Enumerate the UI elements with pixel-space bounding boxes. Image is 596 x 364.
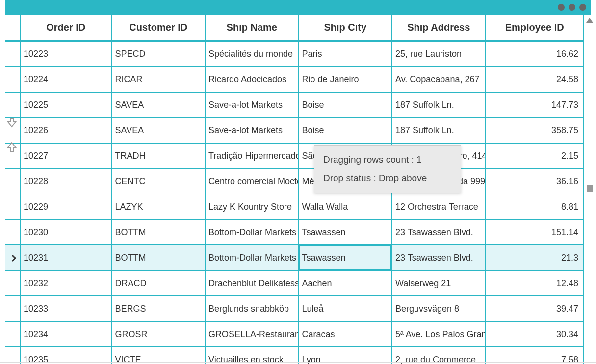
cell-ship-name[interactable]: Tradição Hipermercados: [205, 143, 298, 169]
cell-order-id[interactable]: 10223: [20, 41, 111, 67]
cell-ship-city[interactable]: Tsawassen: [299, 245, 392, 270]
cell-order-id[interactable]: 10234: [20, 321, 111, 347]
cell-employee-id[interactable]: 16.62: [485, 41, 584, 67]
scroll-thumb[interactable]: [587, 185, 593, 192]
table-row[interactable]: 10224RICARRicardo AdocicadosRio de Janei…: [5, 67, 584, 92]
cell-customer-id[interactable]: VICTE: [112, 347, 205, 364]
cell-ship-address[interactable]: 23 Tsawassen Blvd.: [392, 245, 485, 270]
cell-ship-name[interactable]: Save-a-lot Markets: [205, 92, 298, 118]
cell-ship-city[interactable]: Lyon: [299, 347, 392, 364]
cell-customer-id[interactable]: RICAR: [112, 67, 205, 92]
window-button-2[interactable]: [569, 4, 575, 11]
cell-order-id[interactable]: 10231: [20, 245, 111, 270]
table-row[interactable]: 10223SPECDSpécialités du mondeParis25, r…: [5, 41, 584, 67]
cell-ship-city[interactable]: Rio de Janeiro: [299, 67, 392, 92]
cell-customer-id[interactable]: LAZYK: [112, 194, 205, 219]
table-row[interactable]: 10231BOTTMBottom-Dollar MarketsTsawassen…: [5, 245, 584, 270]
cell-customer-id[interactable]: SPECD: [112, 41, 205, 67]
cell-ship-city[interactable]: Tsawassen: [299, 219, 392, 245]
cell-order-id[interactable]: 10232: [20, 270, 111, 296]
cell-order-id[interactable]: 10229: [20, 194, 111, 219]
cell-employee-id[interactable]: 7.58: [485, 347, 584, 364]
cell-employee-id[interactable]: 36.16: [485, 169, 584, 194]
cell-ship-address[interactable]: 5ª Ave. Los Palos Grandes: [392, 321, 485, 347]
table-row[interactable]: 10233BERGSBerglunds snabbköpLuleåBerguvs…: [5, 296, 584, 321]
cell-employee-id[interactable]: 39.47: [485, 296, 584, 321]
cell-ship-address[interactable]: 23 Tsawassen Blvd.: [392, 219, 485, 245]
data-grid[interactable]: Order ID Customer ID Ship Name Ship City…: [5, 15, 584, 364]
cell-ship-name[interactable]: GROSELLA-Restaurante: [205, 321, 298, 347]
cell-employee-id[interactable]: 24.58: [485, 67, 584, 92]
cell-ship-name[interactable]: Spécialités du monde: [205, 41, 298, 67]
table-row[interactable]: 10235VICTEVictuailles en stockLyon2, rue…: [5, 347, 584, 364]
cell-order-id[interactable]: 10226: [20, 118, 111, 143]
cell-ship-address[interactable]: Av. Copacabana, 267: [392, 67, 485, 92]
table-row[interactable]: 10234GROSRGROSELLA-RestauranteCaracas5ª …: [5, 321, 584, 347]
table-row[interactable]: 10225SAVEASave-a-lot MarketsBoise187 Suf…: [5, 92, 584, 118]
cell-ship-name[interactable]: Bottom-Dollar Markets: [205, 219, 298, 245]
window-button-3[interactable]: [579, 4, 586, 11]
cell-ship-name[interactable]: Victuailles en stock: [205, 347, 298, 364]
cell-ship-city[interactable]: Boise: [299, 92, 392, 118]
header-ship-address[interactable]: Ship Address: [392, 15, 485, 41]
window-button-1[interactable]: [558, 4, 565, 11]
table-row[interactable]: 10228CENTCCentro comercial MoctezumaMéxi…: [5, 169, 584, 194]
header-ship-name[interactable]: Ship Name: [205, 15, 298, 41]
cell-ship-name[interactable]: Ricardo Adocicados: [205, 67, 298, 92]
cell-ship-address[interactable]: Berguvsvägen 8: [392, 296, 485, 321]
cell-customer-id[interactable]: SAVEA: [112, 92, 205, 118]
cell-order-id[interactable]: 10227: [20, 143, 111, 169]
header-ship-city[interactable]: Ship City: [299, 15, 392, 41]
cell-customer-id[interactable]: GROSR: [112, 321, 205, 347]
cell-employee-id[interactable]: 2.15: [485, 143, 584, 169]
cell-customer-id[interactable]: BOTTM: [112, 219, 205, 245]
cell-ship-address[interactable]: 187 Suffolk Ln.: [392, 118, 485, 143]
cell-customer-id[interactable]: BOTTM: [112, 245, 205, 270]
cell-order-id[interactable]: 10228: [20, 169, 111, 194]
cell-employee-id[interactable]: 12.48: [485, 270, 584, 296]
cell-ship-city[interactable]: Luleå: [299, 296, 392, 321]
cell-ship-address[interactable]: 187 Suffolk Ln.: [392, 92, 485, 118]
cell-ship-city[interactable]: Aachen: [299, 270, 392, 296]
cell-ship-address[interactable]: Walserweg 21: [392, 270, 485, 296]
cell-employee-id[interactable]: 358.75: [485, 118, 584, 143]
header-employee-id[interactable]: Employee ID: [485, 15, 584, 41]
cell-customer-id[interactable]: DRACD: [112, 270, 205, 296]
cell-ship-name[interactable]: Lazy K Kountry Store: [205, 194, 298, 219]
table-row[interactable]: 10226SAVEASave-a-lot MarketsBoise187 Suf…: [5, 118, 584, 143]
table-row[interactable]: 10229LAZYKLazy K Kountry StoreWalla Wall…: [5, 194, 584, 219]
cell-employee-id[interactable]: 151.14: [485, 219, 584, 245]
cell-order-id[interactable]: 10225: [20, 92, 111, 118]
cell-ship-city[interactable]: Caracas: [299, 321, 392, 347]
cell-order-id[interactable]: 10224: [20, 67, 111, 92]
cell-order-id[interactable]: 10233: [20, 296, 111, 321]
table-row[interactable]: 10230BOTTMBottom-Dollar MarketsTsawassen…: [5, 219, 584, 245]
cell-ship-name[interactable]: Save-a-lot Markets: [205, 118, 298, 143]
cell-ship-name[interactable]: Centro comercial Moctezuma: [205, 169, 298, 194]
cell-ship-name[interactable]: Berglunds snabbköp: [205, 296, 298, 321]
cell-employee-id[interactable]: 21.3: [485, 245, 584, 270]
header-order-id[interactable]: Order ID: [20, 15, 111, 41]
table-row[interactable]: 10232DRACDDrachenblut DelikatessenAachen…: [5, 270, 584, 296]
cell-customer-id[interactable]: TRADH: [112, 143, 205, 169]
cell-employee-id[interactable]: 8.81: [485, 194, 584, 219]
cell-ship-name[interactable]: Bottom-Dollar Markets: [205, 245, 298, 270]
cell-ship-address[interactable]: 25, rue Lauriston: [392, 41, 485, 67]
table-row[interactable]: 10227TRADHTradição HipermercadosSão Paul…: [5, 143, 584, 169]
header-customer-id[interactable]: Customer ID: [112, 15, 205, 41]
cell-ship-city[interactable]: Walla Walla: [299, 194, 392, 219]
cell-ship-city[interactable]: Boise: [299, 118, 392, 143]
cell-ship-name[interactable]: Drachenblut Delikatessen: [205, 270, 298, 296]
cell-employee-id[interactable]: 30.34: [485, 321, 584, 347]
vertical-scrollbar[interactable]: [585, 15, 594, 360]
cell-order-id[interactable]: 10235: [20, 347, 111, 364]
cell-customer-id[interactable]: CENTC: [112, 169, 205, 194]
cell-order-id[interactable]: 10230: [20, 219, 111, 245]
cell-ship-address[interactable]: 2, rue du Commerce: [392, 347, 485, 364]
cell-ship-city[interactable]: Paris: [299, 41, 392, 67]
cell-customer-id[interactable]: SAVEA: [112, 118, 205, 143]
window-titlebar[interactable]: [5, 0, 591, 15]
cell-customer-id[interactable]: BERGS: [112, 296, 205, 321]
cell-ship-address[interactable]: 12 Orchestra Terrace: [392, 194, 485, 219]
cell-employee-id[interactable]: 147.73: [485, 92, 584, 118]
